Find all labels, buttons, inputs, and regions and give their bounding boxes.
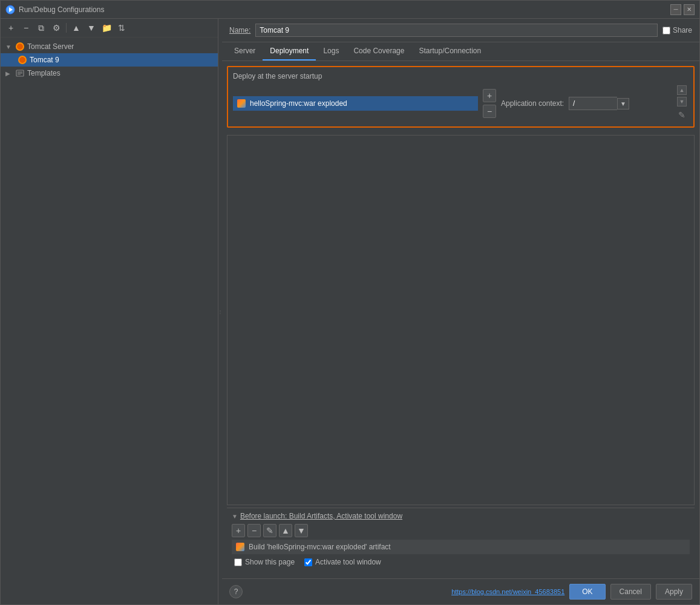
artifact-item[interactable]: helloSpring-mvc:war exploded — [233, 96, 478, 111]
before-edit-button[interactable]: ✎ — [263, 524, 276, 537]
tree-group-label: Tomcat Server — [27, 42, 74, 51]
toolbar-separator — [66, 23, 67, 33]
before-launch-title: Before launch: Build Artifacts, Activate… — [240, 512, 402, 520]
bottom-center-right: https://blog.csdn.net/weixin_45683851 OK… — [243, 584, 692, 600]
name-label: Name: — [229, 26, 250, 34]
deploy-title: Deploy at the server startup — [233, 72, 689, 80]
status-url: https://blog.csdn.net/weixin_45683851 — [451, 588, 564, 595]
templates-icon — [15, 68, 25, 78]
tomcat-server-icon — [15, 42, 25, 51]
templates-label: Templates — [27, 69, 61, 77]
activate-tool-label: Activate tool window — [315, 558, 381, 566]
config-tree: ▼ Tomcat Server Tomcat 9 ▶ — [1, 38, 218, 604]
sort-button[interactable]: ⇅ — [115, 21, 128, 34]
before-down-button[interactable]: ▼ — [295, 524, 308, 537]
app-context-area: Application context: ▼ — [501, 97, 670, 110]
run-debug-icon — [5, 5, 15, 15]
show-page-checkbox-item: Show this page — [234, 558, 295, 566]
before-remove-button[interactable]: − — [247, 524, 261, 537]
titlebar-left: Run/Debug Configurations — [5, 5, 104, 15]
settings-button[interactable]: ⚙ — [50, 21, 63, 34]
tab-logs[interactable]: Logs — [316, 42, 346, 60]
before-launch-header: ▼ Before launch: Build Artifacts, Activa… — [232, 512, 690, 520]
bottom-left: ? — [229, 585, 243, 598]
edit-button[interactable]: ✎ — [675, 108, 689, 122]
share-area: Share — [662, 26, 692, 34]
titlebar: Run/Debug Configurations ─ ✕ — [1, 1, 699, 19]
war-artifact-icon — [237, 99, 246, 108]
tree-item-label: Tomcat 9 — [30, 56, 59, 64]
deploy-section: Deploy at the server startup helloSpring… — [227, 66, 695, 128]
show-page-label: Show this page — [245, 558, 295, 566]
deploy-row: helloSpring-mvc:war exploded + − Applica… — [233, 85, 689, 122]
tab-server[interactable]: Server — [227, 42, 263, 60]
activate-tool-checkbox-item: Activate tool window — [304, 558, 381, 566]
run-debug-configurations-dialog: Run/Debug Configurations ─ ✕ + − ⧉ ⚙ ▲ ▼… — [0, 0, 700, 605]
before-launch-section: ▼ Before launch: Build Artifacts, Activa… — [227, 508, 695, 574]
right-panel: Name: Share Server Deployment Logs Code … — [222, 19, 699, 604]
close-button[interactable]: ✕ — [684, 4, 695, 15]
tree-expand-arrow: ▼ — [5, 44, 13, 50]
move-down-button[interactable]: ▼ — [85, 21, 98, 34]
scroll-down-button[interactable]: ▼ — [677, 97, 687, 106]
help-button[interactable]: ? — [229, 585, 243, 598]
app-context-label: Application context: — [501, 99, 564, 108]
before-launch-toolbar: + − ✎ ▲ ▼ — [232, 524, 690, 537]
bottom-bar: ? https://blog.csdn.net/weixin_45683851 … — [222, 578, 699, 604]
name-input[interactable] — [255, 24, 658, 37]
window-title: Run/Debug Configurations — [19, 5, 104, 14]
share-checkbox[interactable] — [662, 27, 670, 34]
tree-item-templates[interactable]: ▶ Templates — [1, 67, 218, 80]
app-context-input[interactable] — [569, 97, 617, 110]
main-content: + − ⧉ ⚙ ▲ ▼ 📁 ⇅ ▼ Tomcat Server — [1, 19, 699, 604]
deploy-controls: + − — [483, 89, 496, 118]
window-controls: ─ ✕ — [670, 4, 695, 15]
tab-deployment[interactable]: Deployment — [263, 42, 316, 60]
scroll-up-button[interactable]: ▲ — [677, 85, 687, 95]
tomcat9-icon — [18, 55, 27, 65]
build-war-icon — [236, 543, 244, 551]
minimize-button[interactable]: ─ — [670, 4, 681, 15]
war-icon — [237, 99, 246, 108]
before-launch-arrow: ▼ — [232, 513, 238, 520]
apply-button[interactable]: Apply — [656, 584, 692, 600]
activate-tool-checkbox[interactable] — [304, 558, 312, 566]
add-config-button[interactable]: + — [4, 21, 18, 34]
tree-item-tomcat9[interactable]: Tomcat 9 — [1, 53, 218, 67]
tabs-bar: Server Deployment Logs Code Coverage Sta… — [222, 42, 699, 61]
show-page-checkbox[interactable] — [234, 558, 242, 566]
folder-button[interactable]: 📁 — [100, 21, 113, 34]
build-item-label: Build 'helloSpring-mvc:war exploded' art… — [249, 543, 391, 551]
add-artifact-button[interactable]: + — [483, 89, 496, 102]
right-controls: ▲ ▼ ✎ — [675, 85, 689, 122]
sidebar-toolbar: + − ⧉ ⚙ ▲ ▼ 📁 ⇅ — [1, 19, 218, 38]
empty-deployment-area — [227, 135, 695, 505]
remove-config-button[interactable]: − — [19, 21, 33, 34]
share-label: Share — [673, 26, 692, 34]
cancel-button[interactable]: Cancel — [610, 584, 651, 600]
move-up-button[interactable]: ▲ — [70, 21, 83, 34]
content-area: Deploy at the server startup helloSpring… — [222, 61, 699, 578]
build-artifact-icon — [235, 542, 245, 552]
remove-artifact-button[interactable]: − — [483, 105, 496, 118]
tab-code-coverage[interactable]: Code Coverage — [346, 42, 411, 60]
context-input-wrap: ▼ — [569, 97, 670, 110]
context-dropdown-button[interactable]: ▼ — [617, 98, 629, 110]
before-up-button[interactable]: ▲ — [279, 524, 292, 537]
tree-group-tomcat-server[interactable]: ▼ Tomcat Server — [1, 40, 218, 53]
artifact-list: helloSpring-mvc:war exploded — [233, 96, 478, 111]
tree-collapse-arrow: ▶ — [5, 70, 13, 77]
tab-startup-connection[interactable]: Startup/Connection — [411, 42, 488, 60]
artifact-name: helloSpring-mvc:war exploded — [250, 99, 347, 108]
copy-config-button[interactable]: ⧉ — [34, 21, 48, 34]
before-add-button[interactable]: + — [232, 524, 245, 537]
build-item[interactable]: Build 'helloSpring-mvc:war exploded' art… — [232, 540, 690, 554]
name-row: Name: Share — [222, 19, 699, 42]
checkboxes-row: Show this page Activate tool window — [232, 554, 690, 570]
ok-button[interactable]: OK — [569, 584, 605, 600]
sidebar: + − ⧉ ⚙ ▲ ▼ 📁 ⇅ ▼ Tomcat Server — [1, 19, 218, 604]
